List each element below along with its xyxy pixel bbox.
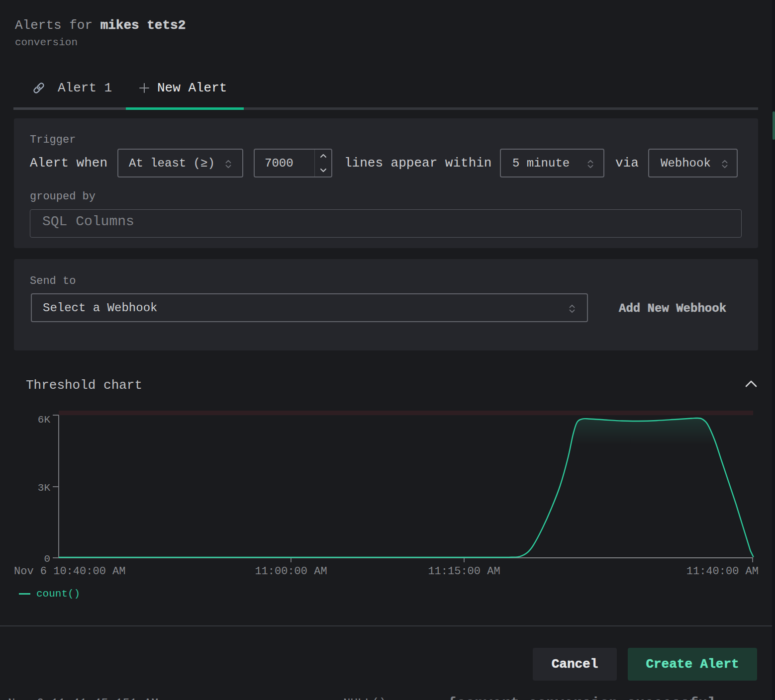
svg-text:11:00:00 AM: 11:00:00 AM xyxy=(255,565,327,578)
svg-text:11:15:00 AM: 11:15:00 AM xyxy=(428,565,500,578)
svg-text:0: 0 xyxy=(44,553,50,565)
svg-text:6K: 6K xyxy=(38,414,51,426)
svg-text:Nov 6 10:40:00 AM: Nov 6 10:40:00 AM xyxy=(14,565,125,578)
svg-text:3K: 3K xyxy=(38,482,51,494)
svg-text:11:40:00 AM: 11:40:00 AM xyxy=(686,565,759,578)
